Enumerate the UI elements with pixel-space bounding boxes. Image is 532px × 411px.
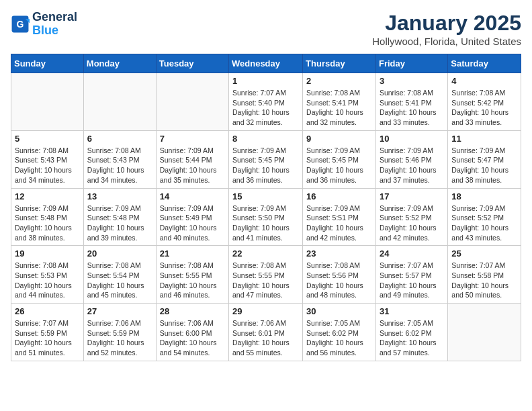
- calendar-cell: 31Sunrise: 7:05 AMSunset: 6:02 PMDayligh…: [375, 304, 447, 361]
- day-info: Sunrise: 7:06 AMSunset: 6:00 PMDaylight:…: [160, 318, 225, 358]
- day-info: Sunrise: 7:08 AMSunset: 5:41 PMDaylight:…: [306, 88, 372, 128]
- calendar-cell: 22Sunrise: 7:08 AMSunset: 5:55 PMDayligh…: [229, 246, 303, 304]
- column-header-wednesday: Wednesday: [229, 54, 303, 73]
- day-number: 8: [232, 134, 299, 144]
- page-subtitle: Hollywood, Florida, United States: [372, 36, 521, 47]
- day-info: Sunrise: 7:05 AMSunset: 6:02 PMDaylight:…: [306, 318, 372, 358]
- calendar-cell: 2Sunrise: 7:08 AMSunset: 5:41 PMDaylight…: [303, 73, 376, 131]
- day-info: Sunrise: 7:09 AMSunset: 5:48 PMDaylight:…: [87, 203, 152, 243]
- day-number: 7: [160, 134, 225, 144]
- day-info: Sunrise: 7:09 AMSunset: 5:45 PMDaylight:…: [306, 146, 372, 185]
- calendar-cell: [448, 304, 521, 361]
- day-info: Sunrise: 7:08 AMSunset: 5:42 PMDaylight:…: [451, 88, 517, 128]
- calendar-cell: 27Sunrise: 7:06 AMSunset: 5:59 PMDayligh…: [83, 304, 156, 361]
- day-number: 15: [232, 191, 299, 201]
- day-info: Sunrise: 7:07 AMSunset: 5:58 PMDaylight:…: [451, 261, 517, 300]
- calendar-cell: 14Sunrise: 7:09 AMSunset: 5:49 PMDayligh…: [156, 188, 228, 246]
- day-info: Sunrise: 7:08 AMSunset: 5:56 PMDaylight:…: [306, 261, 372, 300]
- day-info: Sunrise: 7:08 AMSunset: 5:41 PMDaylight:…: [380, 88, 444, 128]
- calendar-cell: 29Sunrise: 7:06 AMSunset: 6:01 PMDayligh…: [229, 304, 303, 361]
- day-info: Sunrise: 7:08 AMSunset: 5:43 PMDaylight:…: [87, 146, 152, 185]
- page-title: January 2025: [372, 11, 521, 36]
- day-info: Sunrise: 7:05 AMSunset: 6:02 PMDaylight:…: [380, 318, 444, 358]
- calendar-cell: [83, 73, 156, 131]
- day-number: 18: [451, 191, 517, 201]
- day-info: Sunrise: 7:09 AMSunset: 5:52 PMDaylight:…: [380, 203, 444, 243]
- day-number: 4: [451, 76, 517, 86]
- calendar-week-row: 19Sunrise: 7:08 AMSunset: 5:53 PMDayligh…: [11, 246, 521, 304]
- column-header-monday: Monday: [83, 54, 156, 73]
- day-info: Sunrise: 7:09 AMSunset: 5:50 PMDaylight:…: [232, 203, 299, 243]
- column-header-tuesday: Tuesday: [156, 54, 228, 73]
- logo: G General Blue: [11, 11, 77, 38]
- calendar-cell: 8Sunrise: 7:09 AMSunset: 5:45 PMDaylight…: [229, 130, 303, 188]
- day-number: 12: [15, 191, 80, 201]
- calendar-cell: 28Sunrise: 7:06 AMSunset: 6:00 PMDayligh…: [156, 304, 228, 361]
- day-number: 11: [451, 134, 517, 144]
- day-number: 16: [306, 191, 372, 201]
- day-info: Sunrise: 7:08 AMSunset: 5:55 PMDaylight:…: [232, 261, 299, 300]
- day-number: 25: [451, 248, 517, 259]
- day-number: 2: [306, 76, 372, 86]
- calendar-cell: 11Sunrise: 7:09 AMSunset: 5:47 PMDayligh…: [448, 130, 521, 188]
- calendar-table: SundayMondayTuesdayWednesdayThursdayFrid…: [11, 54, 521, 361]
- calendar-cell: 21Sunrise: 7:08 AMSunset: 5:55 PMDayligh…: [156, 246, 228, 304]
- day-info: Sunrise: 7:07 AMSunset: 5:40 PMDaylight:…: [232, 88, 299, 128]
- calendar-cell: 26Sunrise: 7:07 AMSunset: 5:59 PMDayligh…: [11, 304, 84, 361]
- calendar-cell: 17Sunrise: 7:09 AMSunset: 5:52 PMDayligh…: [375, 188, 447, 246]
- calendar-cell: 9Sunrise: 7:09 AMSunset: 5:45 PMDaylight…: [303, 130, 376, 188]
- calendar-cell: 18Sunrise: 7:09 AMSunset: 5:52 PMDayligh…: [448, 188, 521, 246]
- day-info: Sunrise: 7:08 AMSunset: 5:53 PMDaylight:…: [15, 261, 80, 300]
- logo-text: General Blue: [32, 11, 77, 38]
- day-info: Sunrise: 7:06 AMSunset: 6:01 PMDaylight:…: [232, 318, 299, 358]
- day-info: Sunrise: 7:07 AMSunset: 5:59 PMDaylight:…: [15, 318, 80, 358]
- day-info: Sunrise: 7:09 AMSunset: 5:52 PMDaylight:…: [451, 203, 517, 243]
- day-info: Sunrise: 7:08 AMSunset: 5:54 PMDaylight:…: [87, 261, 152, 300]
- day-number: 14: [160, 191, 225, 201]
- day-number: 19: [15, 248, 80, 259]
- day-number: 5: [15, 134, 80, 144]
- calendar-header-row: SundayMondayTuesdayWednesdayThursdayFrid…: [11, 54, 521, 73]
- logo-icon: G: [11, 15, 30, 34]
- calendar-cell: 19Sunrise: 7:08 AMSunset: 5:53 PMDayligh…: [11, 246, 84, 304]
- column-header-friday: Friday: [375, 54, 447, 73]
- calendar-cell: 13Sunrise: 7:09 AMSunset: 5:48 PMDayligh…: [83, 188, 156, 246]
- page-header: G General Blue January 2025 Hollywood, F…: [11, 11, 521, 47]
- calendar-cell: 3Sunrise: 7:08 AMSunset: 5:41 PMDaylight…: [375, 73, 447, 131]
- calendar-cell: 15Sunrise: 7:09 AMSunset: 5:50 PMDayligh…: [229, 188, 303, 246]
- day-info: Sunrise: 7:07 AMSunset: 5:57 PMDaylight:…: [380, 261, 444, 300]
- calendar-cell: 6Sunrise: 7:08 AMSunset: 5:43 PMDaylight…: [83, 130, 156, 188]
- calendar-cell: 30Sunrise: 7:05 AMSunset: 6:02 PMDayligh…: [303, 304, 376, 361]
- day-number: 10: [380, 134, 444, 144]
- day-number: 6: [87, 134, 152, 144]
- day-number: 9: [306, 134, 372, 144]
- calendar-cell: 5Sunrise: 7:08 AMSunset: 5:43 PMDaylight…: [11, 130, 84, 188]
- day-number: 31: [380, 306, 444, 316]
- column-header-thursday: Thursday: [303, 54, 376, 73]
- day-number: 17: [380, 191, 444, 201]
- calendar-cell: 20Sunrise: 7:08 AMSunset: 5:54 PMDayligh…: [83, 246, 156, 304]
- calendar-cell: 24Sunrise: 7:07 AMSunset: 5:57 PMDayligh…: [375, 246, 447, 304]
- day-number: 27: [87, 306, 152, 316]
- svg-text:G: G: [17, 18, 24, 29]
- calendar-week-row: 1Sunrise: 7:07 AMSunset: 5:40 PMDaylight…: [11, 73, 521, 131]
- day-info: Sunrise: 7:09 AMSunset: 5:46 PMDaylight:…: [380, 146, 444, 185]
- day-number: 1: [232, 76, 299, 86]
- calendar-cell: 10Sunrise: 7:09 AMSunset: 5:46 PMDayligh…: [375, 130, 447, 188]
- calendar-cell: 16Sunrise: 7:09 AMSunset: 5:51 PMDayligh…: [303, 188, 376, 246]
- day-number: 30: [306, 306, 372, 316]
- day-number: 21: [160, 248, 225, 259]
- day-info: Sunrise: 7:09 AMSunset: 5:44 PMDaylight:…: [160, 146, 225, 185]
- day-info: Sunrise: 7:09 AMSunset: 5:48 PMDaylight:…: [15, 203, 80, 243]
- calendar-cell: 4Sunrise: 7:08 AMSunset: 5:42 PMDaylight…: [448, 73, 521, 131]
- day-number: 23: [306, 248, 372, 259]
- day-number: 3: [380, 76, 444, 86]
- day-number: 22: [232, 248, 299, 259]
- day-number: 26: [15, 306, 80, 316]
- day-info: Sunrise: 7:06 AMSunset: 5:59 PMDaylight:…: [87, 318, 152, 358]
- day-info: Sunrise: 7:09 AMSunset: 5:49 PMDaylight:…: [160, 203, 225, 243]
- day-info: Sunrise: 7:09 AMSunset: 5:45 PMDaylight:…: [232, 146, 299, 185]
- day-number: 24: [380, 248, 444, 259]
- calendar-week-row: 5Sunrise: 7:08 AMSunset: 5:43 PMDaylight…: [11, 130, 521, 188]
- day-info: Sunrise: 7:09 AMSunset: 5:51 PMDaylight:…: [306, 203, 372, 243]
